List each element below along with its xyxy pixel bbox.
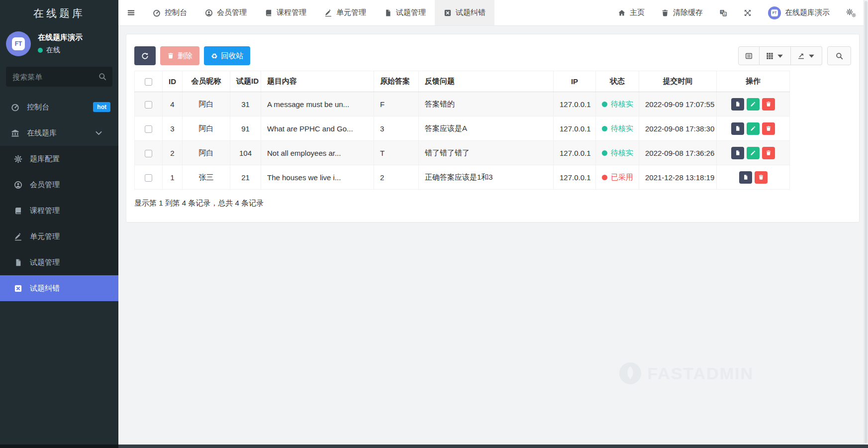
watermark: FASTADMIN	[619, 362, 754, 384]
clear-cache-button[interactable]: 清除缓存	[661, 8, 703, 17]
select-all-checkbox[interactable]	[145, 78, 152, 86]
edit-icon	[750, 101, 756, 107]
detail-button[interactable]	[731, 122, 744, 135]
sidebar-item-bank-config[interactable]: 题库配置	[0, 146, 118, 172]
tab-questions[interactable]: 试题管理	[375, 0, 435, 25]
col-header-ip[interactable]: IP	[554, 71, 596, 92]
delete-button[interactable]	[762, 147, 775, 159]
sidebar-item-label: 会员管理	[30, 180, 110, 190]
cell-ip: 127.0.0.1	[554, 165, 596, 190]
tab-label: 课程管理	[277, 8, 306, 17]
avatar: FT	[6, 31, 31, 56]
detail-button[interactable]	[731, 98, 744, 111]
detail-button[interactable]	[731, 147, 744, 159]
sidebar-item-label: 课程管理	[30, 206, 110, 216]
refresh-button[interactable]	[134, 46, 156, 65]
settings-button[interactable]	[846, 8, 856, 17]
sidebar-toggle-button[interactable]	[118, 0, 144, 26]
cell-ip: 127.0.0.1	[554, 92, 596, 116]
cell-content: The houses we live i...	[261, 165, 374, 190]
row-checkbox[interactable]	[145, 101, 152, 109]
col-header-feedback[interactable]: 反馈问题	[419, 71, 554, 92]
language-button[interactable]	[719, 9, 727, 17]
edit-button[interactable]	[747, 98, 760, 111]
avatar-logo: FT	[771, 9, 778, 16]
avatar: FT	[768, 6, 781, 19]
search-toggle-button[interactable]	[827, 46, 851, 65]
row-actions	[731, 147, 775, 159]
sidebar-item-courses[interactable]: 课程管理	[0, 198, 118, 224]
edit-button[interactable]	[747, 147, 760, 159]
sidebar-item-label: 单元管理	[30, 232, 110, 241]
row-checkbox[interactable]	[145, 125, 152, 133]
col-header-question-id[interactable]: 试题ID	[230, 71, 261, 92]
recycle-label: 回收站	[221, 51, 243, 61]
tab-members[interactable]: 会员管理	[196, 0, 256, 25]
edit-button[interactable]	[747, 122, 760, 135]
recycle-bin-button[interactable]: ♻ 回收站	[204, 46, 250, 65]
sidebar-item-dashboard[interactable]: 控制台 hot	[0, 94, 118, 120]
translate-icon	[719, 9, 727, 17]
sidebar-item-question-correction[interactable]: 试题纠错	[0, 275, 118, 301]
sidebar-search-input[interactable]	[6, 67, 112, 87]
detail-button[interactable]	[739, 171, 752, 184]
status-badge: 已采用	[602, 173, 633, 182]
vertical-scrollbar[interactable]	[864, 0, 868, 445]
row-checkbox[interactable]	[145, 150, 152, 157]
delete-button[interactable]	[762, 98, 775, 111]
export-dropdown-button[interactable]	[791, 46, 822, 65]
status-badge: 待核实	[602, 100, 633, 109]
username-label: 在线题库演示	[785, 8, 830, 17]
toggle-view-button[interactable]	[738, 46, 760, 65]
tab-courses[interactable]: 课程管理	[256, 0, 315, 25]
col-header-nickname[interactable]: 会员昵称	[183, 71, 230, 92]
cell-id: 3	[163, 116, 183, 141]
caret-down-icon	[808, 52, 815, 60]
status-dot-icon	[602, 150, 607, 156]
sidebar-item-label: 在线题库	[27, 128, 95, 138]
square-x-icon	[444, 9, 452, 17]
tab-question-correction[interactable]: 试题纠错	[435, 0, 494, 25]
sidebar-item-units[interactable]: 单元管理	[0, 224, 118, 249]
col-header-actions[interactable]: 操作	[717, 71, 790, 92]
topnav-right: 主页 清除缓存 FT 在线题库演示	[618, 6, 868, 19]
cell-question-id: 91	[230, 116, 261, 141]
scrollbar-thumb[interactable]	[865, 1, 868, 444]
sidebar-item-question-bank[interactable]: 在线题库	[0, 120, 118, 146]
col-header-id[interactable]: ID	[163, 71, 183, 92]
trash-icon	[167, 52, 174, 59]
col-header-status[interactable]: 状态	[596, 71, 639, 92]
sidebar-item-members[interactable]: 会员管理	[0, 172, 118, 198]
col-header-answer[interactable]: 原始答案	[374, 71, 419, 92]
tab-units[interactable]: 单元管理	[315, 0, 375, 25]
row-checkbox[interactable]	[145, 174, 152, 182]
list-alt-icon	[745, 52, 753, 60]
tab-dashboard[interactable]: 控制台	[144, 0, 196, 25]
topnav: 控制台 会员管理 课程管理 单元管理 试题管理 试题纠错 主页 清	[118, 0, 868, 26]
delete-button[interactable]	[762, 122, 775, 135]
col-header-time[interactable]: 提交时间	[639, 71, 717, 92]
avatar-logo: FT	[12, 37, 25, 50]
status-dot-icon	[602, 126, 607, 131]
user-status-label: 在线	[46, 46, 60, 55]
delete-icon	[758, 174, 764, 180]
columns-dropdown-button[interactable]	[760, 46, 791, 65]
fullscreen-button[interactable]	[744, 9, 752, 17]
view-button-group	[738, 46, 822, 65]
user-menu[interactable]: FT 在线题库演示	[768, 6, 830, 19]
main-content: 删除 ♻ 回收站	[118, 26, 868, 448]
cell-nickname: 阿白	[183, 141, 230, 165]
row-actions	[739, 171, 768, 184]
cell-id: 2	[163, 141, 183, 165]
detail-icon	[743, 174, 749, 180]
table-header-row: ID 会员昵称 试题ID 题目内容 原始答案 反馈问题 IP 状态 提交时间 操…	[135, 71, 790, 92]
home-link[interactable]: 主页	[618, 8, 645, 17]
sidebar-item-questions[interactable]: 试题管理	[0, 249, 118, 275]
gear-icon	[14, 155, 22, 163]
cell-time: 2022-09-09 17:07:55	[639, 92, 717, 116]
delete-button[interactable]: 删除	[160, 46, 199, 65]
table-row: 3阿白91What are PPHC and Go...3答案应该是A127.0…	[135, 116, 790, 141]
col-header-content[interactable]: 题目内容	[261, 71, 374, 92]
delete-button[interactable]	[755, 171, 768, 184]
status-badge: 待核实	[602, 124, 633, 133]
